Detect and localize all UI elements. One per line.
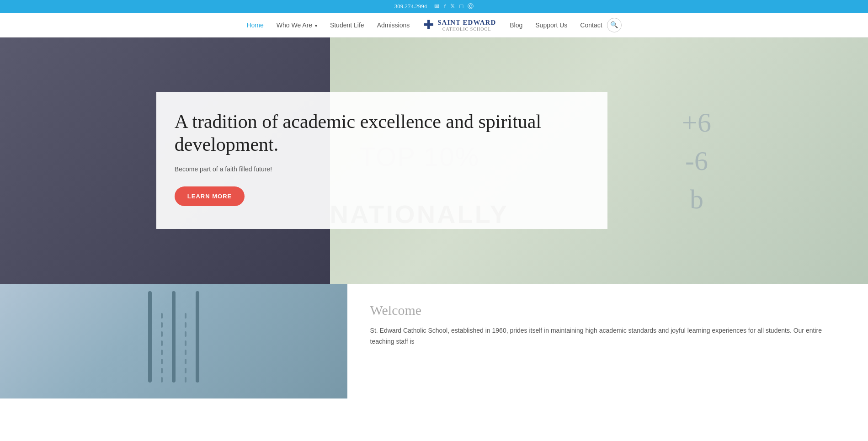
instagram-icon[interactable]: □ bbox=[459, 3, 463, 10]
nav-who-we-are[interactable]: Who We Are ▾ bbox=[277, 21, 317, 29]
hero-content-box: A tradition of academic excellence and s… bbox=[156, 92, 607, 229]
search-icon: 🔍 bbox=[610, 21, 618, 29]
nav-left-links: Home Who We Are ▾ Student Life Admission… bbox=[246, 21, 410, 29]
hero-section: +6 -6 b A tradition of academic excellen… bbox=[0, 37, 868, 284]
welcome-body: St. Edward Catholic School, established … bbox=[370, 325, 845, 347]
nav-contact[interactable]: Contact bbox=[580, 21, 602, 29]
hero-heading: A tradition of academic excellence and s… bbox=[175, 110, 585, 156]
email-icon[interactable]: ✉ bbox=[434, 3, 439, 10]
social-icons: ✉ f 𝕏 □ Ⓒ bbox=[434, 2, 474, 11]
twitter-icon[interactable]: 𝕏 bbox=[450, 3, 455, 10]
welcome-heading: Welcome bbox=[370, 303, 845, 318]
bottom-section: Welcome St. Edward Catholic School, esta… bbox=[0, 284, 868, 398]
site-logo[interactable]: ✚ SAINT EDWARD CATHOLIC SCHOOL bbox=[423, 17, 496, 32]
playground-bar-1 bbox=[148, 291, 152, 383]
school-name: SAINT EDWARD bbox=[437, 18, 496, 27]
nav-blog[interactable]: Blog bbox=[510, 21, 522, 29]
facebook-icon[interactable]: f bbox=[444, 3, 446, 10]
top-bar: 309.274.2994 ✉ f 𝕏 □ Ⓒ bbox=[0, 0, 868, 13]
chevron-down-icon: ▾ bbox=[314, 23, 317, 28]
nav-home[interactable]: Home bbox=[246, 21, 263, 29]
nav-support-us[interactable]: Support Us bbox=[535, 21, 567, 29]
main-nav: Home Who We Are ▾ Student Life Admission… bbox=[0, 13, 868, 37]
nav-admissions[interactable]: Admissions bbox=[377, 21, 410, 29]
learn-more-button[interactable]: LEARN MORE bbox=[175, 186, 245, 206]
search-button[interactable]: 🔍 bbox=[607, 18, 622, 32]
chain-2 bbox=[185, 313, 186, 383]
playground-image bbox=[0, 284, 347, 398]
cross-icon: ✚ bbox=[423, 17, 434, 32]
nav-right-links: Blog Support Us Contact bbox=[510, 21, 602, 29]
welcome-section: Welcome St. Edward Catholic School, esta… bbox=[347, 284, 868, 398]
playground-bar-3 bbox=[196, 291, 199, 383]
playground-photo bbox=[0, 284, 347, 398]
playground-bar-2 bbox=[172, 291, 176, 383]
nav-student-life[interactable]: Student Life bbox=[330, 21, 364, 29]
school-sub: CATHOLIC SCHOOL bbox=[437, 27, 496, 32]
hero-subtext: Become part of a faith filled future! bbox=[175, 165, 585, 173]
playground-structure bbox=[148, 291, 199, 392]
rss-icon[interactable]: Ⓒ bbox=[468, 2, 474, 11]
chain-1 bbox=[161, 313, 163, 383]
phone-number[interactable]: 309.274.2994 bbox=[394, 3, 427, 10]
